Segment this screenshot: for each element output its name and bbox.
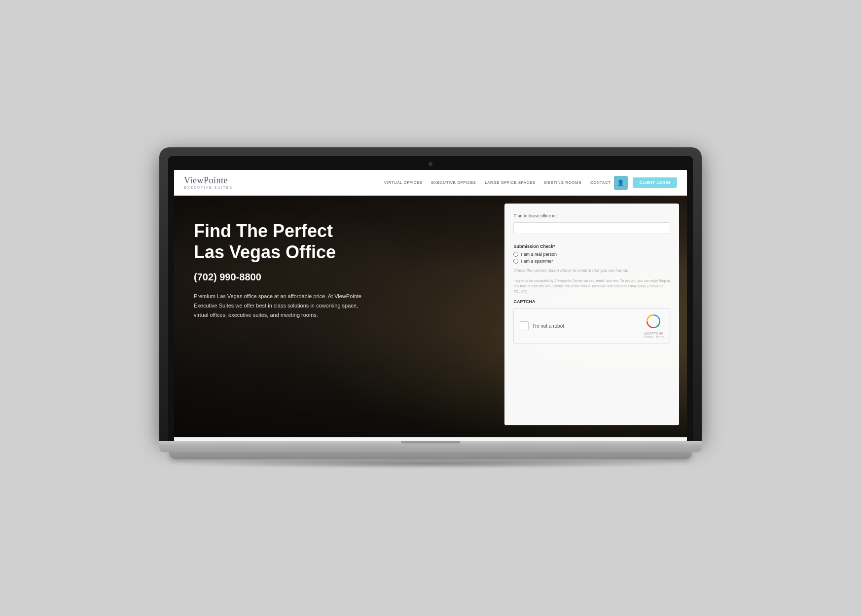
confirm-text: Check the correct option above to confir… (513, 268, 670, 274)
radio-spammer[interactable] (513, 259, 518, 264)
screen-bezel: ViewPointe EXECUTIVE SUITES VIRTUAL OFFI… (168, 156, 693, 441)
captcha-label: CAPTCHA (513, 299, 670, 304)
navbar: ViewPointe EXECUTIVE SUITES VIRTUAL OFFI… (174, 170, 687, 196)
recaptcha-box[interactable]: I'm not a robot (513, 308, 670, 343)
logo-area: ViewPointe EXECUTIVE SUITES (184, 176, 233, 189)
recaptcha-brand: reCAPTCHA (644, 332, 664, 335)
client-login-button[interactable]: CLIENT LOGIN (633, 177, 677, 188)
client-login-label: CLIENT LOGIN (640, 180, 670, 185)
recaptcha-left: I'm not a robot (520, 321, 564, 330)
plan-input[interactable] (513, 222, 670, 234)
hero-phone[interactable]: (702) 990-8800 (194, 272, 483, 283)
submission-check-section: Submission Check* I am a real person I a… (513, 244, 670, 274)
radio-spammer-label[interactable]: I am a spammer (521, 259, 553, 264)
recaptcha-checkbox[interactable] (520, 321, 529, 330)
laptop-container: ViewPointe EXECUTIVE SUITES VIRTUAL OFFI… (159, 147, 702, 469)
recaptcha-right: reCAPTCHA Privacy - Terms (644, 313, 664, 338)
nav-virtual-offices[interactable]: VIRTUAL OFFICES (384, 180, 423, 185)
nav-large-office-spaces[interactable]: LARGE OFFICE SPACES (485, 180, 535, 185)
hero-content: Find The Perfect Las Vegas Office (702) … (174, 196, 502, 437)
submission-check-title: Submission Check* (513, 244, 670, 249)
logo-sub: EXECUTIVE SUITES (184, 186, 233, 190)
nav-executive-offices[interactable]: EXECUTIVE OFFICES (431, 180, 476, 185)
hero-title: Find The Perfect Las Vegas Office (194, 220, 483, 263)
user-icon-button[interactable]: 👤 (614, 176, 628, 190)
plan-label: Plan to lease office in: (513, 213, 670, 218)
radio-real-person[interactable] (513, 252, 518, 257)
bottom-bar (174, 437, 687, 441)
agree-text: I agree to be contacted by Viewpointe Ce… (513, 278, 670, 295)
nav-meeting-rooms[interactable]: MEETING ROOMS (544, 180, 581, 185)
hero-section: Find The Perfect Las Vegas Office (702) … (174, 196, 687, 437)
nav-links: VIRTUAL OFFICES EXECUTIVE OFFICES LARGE … (384, 180, 611, 185)
laptop-notch (401, 441, 460, 444)
nav-contact[interactable]: CONTACT (590, 180, 611, 185)
recaptcha-logo-icon (646, 313, 661, 332)
camera-dot (429, 162, 432, 166)
contact-form-panel: Plan to lease office in: Submission Chec… (504, 204, 679, 425)
recaptcha-links[interactable]: Privacy - Terms (644, 335, 664, 338)
laptop-body: ViewPointe EXECUTIVE SUITES VIRTUAL OFFI… (159, 147, 702, 441)
logo-main: ViewPointe (184, 176, 233, 186)
hero-description: Premium Las Vegas office space at an aff… (194, 292, 361, 319)
laptop-foot (169, 452, 692, 459)
radio-real-person-row: I am a real person (513, 252, 670, 257)
screen: ViewPointe EXECUTIVE SUITES VIRTUAL OFFI… (174, 170, 687, 441)
recaptcha-text: I'm not a robot (533, 323, 564, 329)
radio-spammer-row: I am a spammer (513, 259, 670, 264)
laptop-shadow (179, 459, 682, 469)
laptop-base (159, 441, 702, 452)
radio-real-label[interactable]: I am a real person (521, 252, 557, 257)
